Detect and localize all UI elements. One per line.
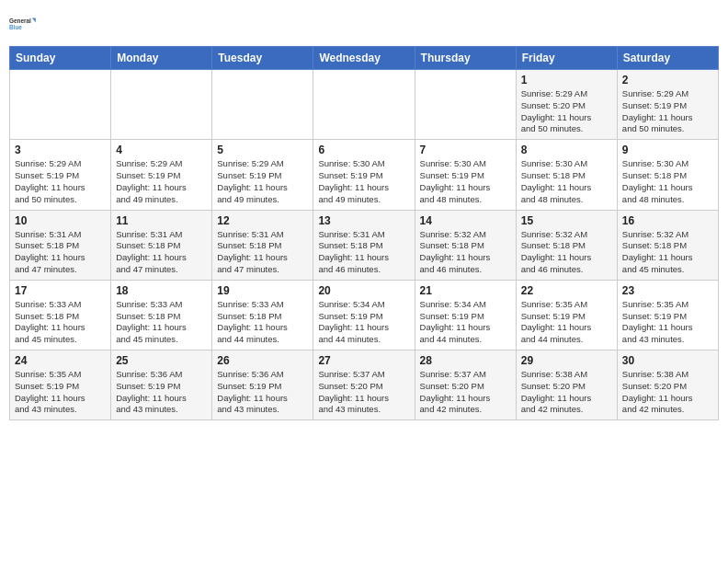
day-info: Sunrise: 5:32 AM Sunset: 5:18 PM Dayligh… <box>622 229 713 276</box>
day-info: Sunrise: 5:31 AM Sunset: 5:18 PM Dayligh… <box>217 229 308 276</box>
day-info: Sunrise: 5:31 AM Sunset: 5:18 PM Dayligh… <box>15 229 106 276</box>
calendar-cell: 7Sunrise: 5:30 AM Sunset: 5:19 PM Daylig… <box>415 140 516 210</box>
day-info: Sunrise: 5:29 AM Sunset: 5:19 PM Dayligh… <box>217 158 308 205</box>
calendar-cell: 27Sunrise: 5:37 AM Sunset: 5:20 PM Dayli… <box>313 350 415 420</box>
day-number: 8 <box>521 144 612 156</box>
calendar-cell: 13Sunrise: 5:31 AM Sunset: 5:18 PM Dayli… <box>313 210 415 280</box>
day-info: Sunrise: 5:33 AM Sunset: 5:18 PM Dayligh… <box>15 299 106 346</box>
header-tuesday: Tuesday <box>212 47 313 70</box>
week-row-1: 1Sunrise: 5:29 AM Sunset: 5:20 PM Daylig… <box>10 70 719 140</box>
day-info: Sunrise: 5:29 AM Sunset: 5:19 PM Dayligh… <box>622 88 713 135</box>
header-monday: Monday <box>111 47 212 70</box>
day-number: 11 <box>116 214 207 227</box>
calendar-cell: 29Sunrise: 5:38 AM Sunset: 5:20 PM Dayli… <box>516 350 617 420</box>
calendar-cell <box>313 70 415 140</box>
header-friday: Friday <box>516 47 617 70</box>
day-number: 21 <box>420 284 511 297</box>
day-info: Sunrise: 5:30 AM Sunset: 5:19 PM Dayligh… <box>318 158 409 205</box>
day-number: 10 <box>15 214 106 227</box>
calendar-cell: 12Sunrise: 5:31 AM Sunset: 5:18 PM Dayli… <box>212 210 313 280</box>
day-number: 1 <box>521 74 612 86</box>
day-info: Sunrise: 5:34 AM Sunset: 5:19 PM Dayligh… <box>420 299 511 346</box>
calendar-cell: 25Sunrise: 5:36 AM Sunset: 5:19 PM Dayli… <box>111 350 212 420</box>
day-info: Sunrise: 5:29 AM Sunset: 5:20 PM Dayligh… <box>521 88 612 135</box>
day-info: Sunrise: 5:33 AM Sunset: 5:18 PM Dayligh… <box>217 299 308 346</box>
day-number: 20 <box>318 284 409 297</box>
calendar-cell <box>111 70 212 140</box>
logo: GeneralBlue <box>9 9 39 39</box>
day-info: Sunrise: 5:35 AM Sunset: 5:19 PM Dayligh… <box>521 299 612 346</box>
calendar-cell: 21Sunrise: 5:34 AM Sunset: 5:19 PM Dayli… <box>415 280 516 350</box>
svg-text:General: General <box>9 17 31 24</box>
day-number: 9 <box>622 144 713 156</box>
calendar-cell: 5Sunrise: 5:29 AM Sunset: 5:19 PM Daylig… <box>212 140 313 210</box>
header-saturday: Saturday <box>617 47 718 70</box>
week-row-3: 10Sunrise: 5:31 AM Sunset: 5:18 PM Dayli… <box>10 210 719 280</box>
calendar-cell: 20Sunrise: 5:34 AM Sunset: 5:19 PM Dayli… <box>313 280 415 350</box>
day-number: 25 <box>116 354 207 367</box>
calendar-cell: 4Sunrise: 5:29 AM Sunset: 5:19 PM Daylig… <box>111 140 212 210</box>
header-wednesday: Wednesday <box>313 47 415 70</box>
calendar-cell: 18Sunrise: 5:33 AM Sunset: 5:18 PM Dayli… <box>111 280 212 350</box>
calendar-cell: 8Sunrise: 5:30 AM Sunset: 5:18 PM Daylig… <box>516 140 617 210</box>
day-info: Sunrise: 5:31 AM Sunset: 5:18 PM Dayligh… <box>318 229 409 276</box>
day-number: 7 <box>420 144 511 156</box>
day-number: 17 <box>15 284 106 297</box>
day-info: Sunrise: 5:29 AM Sunset: 5:19 PM Dayligh… <box>15 158 106 205</box>
calendar-cell: 15Sunrise: 5:32 AM Sunset: 5:18 PM Dayli… <box>516 210 617 280</box>
calendar-cell: 10Sunrise: 5:31 AM Sunset: 5:18 PM Dayli… <box>10 210 111 280</box>
calendar-header-row: SundayMondayTuesdayWednesdayThursdayFrid… <box>10 47 719 70</box>
day-info: Sunrise: 5:37 AM Sunset: 5:20 PM Dayligh… <box>420 369 511 416</box>
calendar-cell: 17Sunrise: 5:33 AM Sunset: 5:18 PM Dayli… <box>10 280 111 350</box>
calendar-cell <box>212 70 313 140</box>
calendar-cell: 16Sunrise: 5:32 AM Sunset: 5:18 PM Dayli… <box>617 210 718 280</box>
day-number: 30 <box>622 354 713 367</box>
day-number: 16 <box>622 214 713 227</box>
calendar-cell <box>415 70 516 140</box>
day-number: 4 <box>116 144 207 156</box>
day-info: Sunrise: 5:35 AM Sunset: 5:19 PM Dayligh… <box>622 299 713 346</box>
day-info: Sunrise: 5:30 AM Sunset: 5:19 PM Dayligh… <box>420 158 511 205</box>
header: GeneralBlue <box>9 9 719 39</box>
day-info: Sunrise: 5:34 AM Sunset: 5:19 PM Dayligh… <box>318 299 409 346</box>
day-number: 22 <box>521 284 612 297</box>
calendar-cell: 19Sunrise: 5:33 AM Sunset: 5:18 PM Dayli… <box>212 280 313 350</box>
calendar-cell: 6Sunrise: 5:30 AM Sunset: 5:19 PM Daylig… <box>313 140 415 210</box>
day-number: 3 <box>15 144 106 156</box>
calendar-table: SundayMondayTuesdayWednesdayThursdayFrid… <box>9 46 719 420</box>
calendar-cell: 24Sunrise: 5:35 AM Sunset: 5:19 PM Dayli… <box>10 350 111 420</box>
day-number: 13 <box>318 214 409 227</box>
header-thursday: Thursday <box>415 47 516 70</box>
calendar-cell: 30Sunrise: 5:38 AM Sunset: 5:20 PM Dayli… <box>617 350 718 420</box>
day-info: Sunrise: 5:38 AM Sunset: 5:20 PM Dayligh… <box>622 369 713 416</box>
day-number: 28 <box>420 354 511 367</box>
week-row-4: 17Sunrise: 5:33 AM Sunset: 5:18 PM Dayli… <box>10 280 719 350</box>
day-number: 19 <box>217 284 308 297</box>
header-sunday: Sunday <box>10 47 111 70</box>
day-info: Sunrise: 5:33 AM Sunset: 5:18 PM Dayligh… <box>116 299 207 346</box>
day-info: Sunrise: 5:36 AM Sunset: 5:19 PM Dayligh… <box>217 369 308 416</box>
svg-text:Blue: Blue <box>9 24 22 30</box>
day-info: Sunrise: 5:32 AM Sunset: 5:18 PM Dayligh… <box>521 229 612 276</box>
logo-icon: GeneralBlue <box>9 9 39 39</box>
calendar-cell: 22Sunrise: 5:35 AM Sunset: 5:19 PM Dayli… <box>516 280 617 350</box>
day-info: Sunrise: 5:31 AM Sunset: 5:18 PM Dayligh… <box>116 229 207 276</box>
calendar-cell: 2Sunrise: 5:29 AM Sunset: 5:19 PM Daylig… <box>617 70 718 140</box>
calendar-cell: 3Sunrise: 5:29 AM Sunset: 5:19 PM Daylig… <box>10 140 111 210</box>
day-number: 5 <box>217 144 308 156</box>
day-info: Sunrise: 5:29 AM Sunset: 5:19 PM Dayligh… <box>116 158 207 205</box>
calendar-cell: 9Sunrise: 5:30 AM Sunset: 5:18 PM Daylig… <box>617 140 718 210</box>
calendar-cell: 1Sunrise: 5:29 AM Sunset: 5:20 PM Daylig… <box>516 70 617 140</box>
day-number: 18 <box>116 284 207 297</box>
day-info: Sunrise: 5:30 AM Sunset: 5:18 PM Dayligh… <box>521 158 612 205</box>
day-info: Sunrise: 5:37 AM Sunset: 5:20 PM Dayligh… <box>318 369 409 416</box>
calendar-cell: 23Sunrise: 5:35 AM Sunset: 5:19 PM Dayli… <box>617 280 718 350</box>
day-number: 6 <box>318 144 409 156</box>
svg-marker-2 <box>32 18 36 23</box>
calendar-cell: 28Sunrise: 5:37 AM Sunset: 5:20 PM Dayli… <box>415 350 516 420</box>
day-number: 26 <box>217 354 308 367</box>
day-number: 24 <box>15 354 106 367</box>
calendar-cell: 11Sunrise: 5:31 AM Sunset: 5:18 PM Dayli… <box>111 210 212 280</box>
day-info: Sunrise: 5:36 AM Sunset: 5:19 PM Dayligh… <box>116 369 207 416</box>
day-info: Sunrise: 5:38 AM Sunset: 5:20 PM Dayligh… <box>521 369 612 416</box>
